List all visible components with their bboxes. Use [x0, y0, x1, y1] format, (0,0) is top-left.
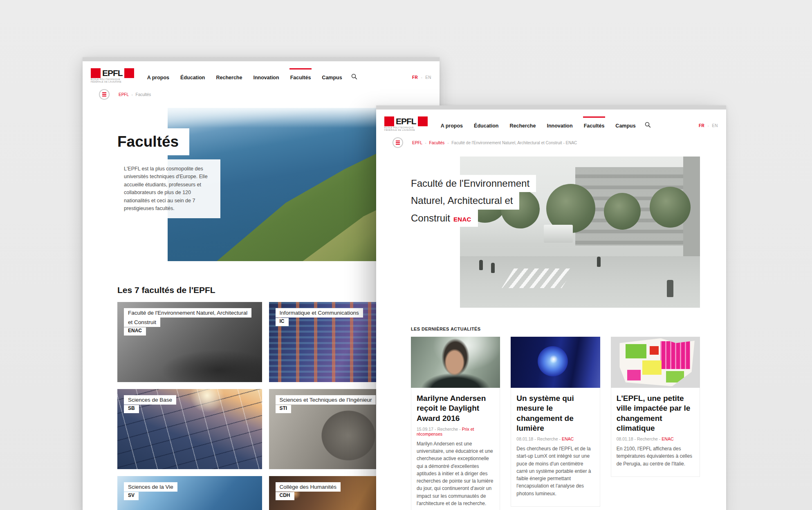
hero-crosswalk [502, 268, 574, 288]
thermal-block [642, 360, 662, 375]
faculty-acronym: SV [124, 492, 139, 500]
news-image-portrait [411, 337, 500, 388]
news-meta: 15.09.17-Recherche-Prix et récompenses [417, 427, 494, 436]
hamburger-menu-icon[interactable] [99, 89, 110, 100]
lang-fr[interactable]: FR [699, 123, 704, 128]
epfl-logo[interactable]: EPFL ÉCOLE POLYTECHNIQUE FÉDÉRALE DE LAU… [91, 68, 134, 83]
news-date: 08.01.18 [617, 436, 633, 441]
news-title: Marilyne Andersen reçoit le Daylight Awa… [417, 394, 494, 423]
breadcrumb-row: EPFL - Facultés [83, 87, 440, 105]
hero-tree [650, 187, 691, 228]
news-category: Recherche [437, 427, 458, 432]
nav-item-facultes[interactable]: Facultés [290, 67, 311, 84]
site-header: EPFL ÉCOLE POLYTECHNIQUE FÉDÉRALE DE LAU… [376, 110, 726, 135]
site-header: EPFL ÉCOLE POLYTECHNIQUE FÉDÉRALE DE LAU… [83, 61, 440, 87]
logo-subtitle: ÉCOLE POLYTECHNIQUE FÉDÉRALE DE LAUSANNE [384, 126, 428, 131]
nav-item-campus[interactable]: Campus [322, 67, 342, 84]
meta-separator: - [659, 436, 661, 441]
faculty-acronym: IC [276, 318, 289, 326]
logo-text: EPFL [101, 68, 124, 78]
news-date: 08.01.18 [516, 436, 533, 441]
lang-en[interactable]: EN [425, 75, 431, 80]
logo-red-block-left [384, 116, 394, 126]
title-line-3-text: Construit [411, 212, 450, 224]
search-icon[interactable] [645, 118, 651, 130]
language-switcher: FR - EN [412, 72, 431, 80]
epfl-logo[interactable]: EPFL ÉCOLE POLYTECHNIQUE FÉDÉRALE DE LAU… [384, 116, 428, 131]
breadcrumb-current: Facultés [136, 92, 151, 97]
faculty-name: Sciences et Techniques de l'Ingénieur [276, 395, 376, 405]
hamburger-menu-icon[interactable] [393, 137, 403, 148]
nav-item-innovation[interactable]: Innovation [547, 116, 572, 132]
faculty-card-enac[interactable]: Faculté de l'Environnement Naturel, Arch… [117, 302, 262, 382]
browser-page-enac: EPFL ÉCOLE POLYTECHNIQUE FÉDÉRALE DE LAU… [376, 105, 726, 510]
nav-item-education[interactable]: Éducation [474, 116, 498, 132]
hero-cyclist [667, 280, 673, 297]
meta-separator: - [635, 436, 636, 441]
enac-acronym-badge: ENAC [453, 216, 471, 223]
lang-en[interactable]: EN [712, 123, 718, 128]
faculty-acronym: STI [276, 405, 292, 413]
intro-text: L'EPFL est la plus cosmopolite des unive… [117, 159, 220, 218]
news-tag: ENAC [562, 436, 574, 441]
breadcrumb-epfl-link[interactable]: EPFL [412, 141, 422, 145]
news-image-thermal-map [611, 337, 700, 388]
thermal-block [660, 341, 690, 369]
news-card-daylight-award[interactable]: Marilyne Andersen reçoit le Daylight Awa… [411, 337, 500, 510]
hero-tree [604, 193, 641, 230]
hero-pedestrian [479, 260, 483, 270]
nav-item-campus[interactable]: Campus [615, 116, 635, 132]
faculties-hero: Facultés L'EPFL est la plus cosmopolite … [117, 108, 413, 267]
news-card-climate-change[interactable]: L'EPFL, une petite ville impactée par le… [611, 337, 700, 510]
news-excerpt: Des chercheurs de l'EPFL et de la start-… [516, 445, 594, 497]
title-line-3: ConstruitENAC [411, 210, 478, 227]
news-excerpt: En 2100, l'EPFL affichera des températur… [617, 445, 694, 468]
faculty-card-sv[interactable]: Sciences de la VieSV [117, 476, 262, 510]
news-category: Recherche [537, 436, 558, 441]
thermal-block [650, 346, 659, 355]
nav-item-a-propos[interactable]: A propos [147, 67, 169, 84]
news-meta: 08.01.18-Recherche-ENAC [617, 436, 694, 441]
logo-red-block-right [124, 68, 134, 78]
search-icon[interactable] [351, 70, 357, 81]
breadcrumb: EPFL - Facultés - Faculté de l'Environne… [412, 141, 577, 145]
nav-item-education[interactable]: Éducation [180, 67, 205, 84]
page-title: Facultés [117, 128, 189, 155]
news-body: L'EPFL, une petite ville impactée par le… [611, 388, 700, 477]
news-title: Un système qui mesure le changement de l… [516, 394, 594, 433]
meta-separator: - [435, 427, 436, 432]
thermal-block [626, 344, 646, 358]
hero-pedestrian [597, 257, 601, 267]
news-tag: ENAC [662, 436, 673, 441]
lang-fr[interactable]: FR [412, 75, 418, 80]
breadcrumb-row: EPFL - Facultés - Faculté de l'Environne… [376, 135, 726, 153]
nav-item-facultes[interactable]: Facultés [584, 116, 605, 132]
breadcrumb-facultes-link[interactable]: Facultés [429, 141, 445, 145]
lang-separator: - [421, 75, 422, 80]
page-title: Faculté de l'Environnement Naturel, Arch… [411, 175, 536, 227]
news-excerpt: Marilyn Andersen est une universitaire, … [417, 440, 494, 507]
logo-subtitle: ÉCOLE POLYTECHNIQUE FÉDÉRALE DE LAUSANNE [91, 78, 134, 83]
breadcrumb-current: Faculté de l'Environnement Naturel, Arch… [451, 141, 577, 145]
faculty-card-sb[interactable]: Sciences de BaseSB [117, 389, 262, 469]
faculties-section-title: Les 7 facultés de l'EPFL [117, 285, 413, 295]
logo-subline-2: FÉDÉRALE DE LAUSANNE [91, 81, 134, 83]
news-date: 15.09.17 [417, 427, 433, 432]
news-image-light-sphere [511, 337, 600, 388]
faculty-name: Informatique et Communications [276, 308, 363, 318]
nav-item-recherche[interactable]: Recherche [216, 67, 242, 84]
breadcrumb-epfl-link[interactable]: EPFL [119, 92, 129, 97]
nav-item-a-propos[interactable]: A propos [441, 116, 463, 132]
language-switcher: FR - EN [699, 120, 718, 128]
news-card-light-sensor[interactable]: Un système qui mesure le changement de l… [511, 337, 600, 510]
nav-item-recherche[interactable]: Recherche [510, 116, 536, 132]
faculty-name: Faculté de l'Environnement Naturel, Arch… [124, 308, 251, 327]
main-nav: A propos Éducation Recherche Innovation … [441, 116, 636, 132]
nav-item-innovation[interactable]: Innovation [253, 67, 279, 84]
news-body: Un système qui mesure le changement de l… [511, 388, 600, 507]
thermal-block [627, 370, 641, 380]
breadcrumb: EPFL - Facultés [119, 92, 151, 97]
news-meta: 08.01.18-Recherche-ENAC [516, 436, 594, 441]
enac-content: Faculté de l'Environnement Naturel, Arch… [376, 157, 726, 510]
hero-tram [544, 225, 572, 243]
